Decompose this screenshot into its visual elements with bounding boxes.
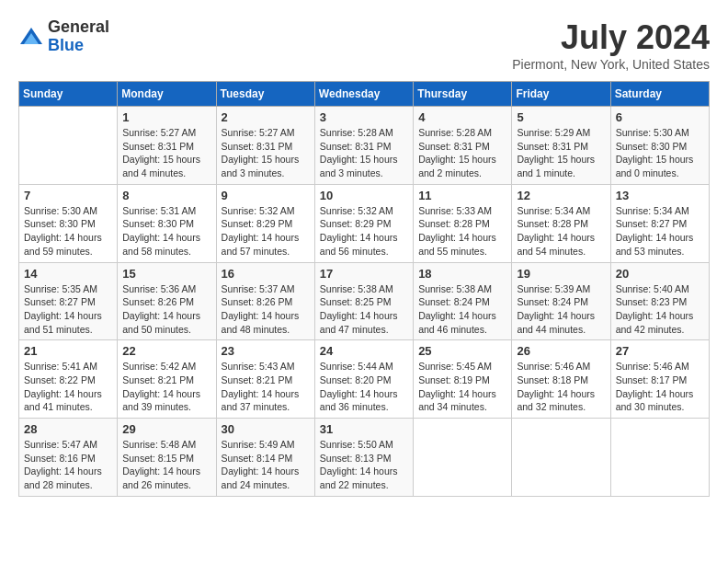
- day-number: 10: [320, 189, 408, 202]
- day-number: 24: [320, 344, 408, 358]
- day-number: 9: [222, 189, 310, 202]
- calendar-week-row: 14 Sunrise: 5:35 AMSunset: 8:27 PMDaylig…: [19, 262, 710, 340]
- day-number: 28: [24, 422, 112, 436]
- day-number: 2: [222, 110, 310, 124]
- calendar-cell: 24 Sunrise: 5:44 AMSunset: 8:20 PMDaylig…: [314, 340, 413, 419]
- calendar-cell: 22 Sunrise: 5:42 AMSunset: 8:21 PMDaylig…: [118, 340, 216, 419]
- calendar-cell: 19 Sunrise: 5:39 AMSunset: 8:24 PMDaylig…: [512, 262, 610, 340]
- day-number: 26: [517, 344, 605, 358]
- calendar-cell: 11 Sunrise: 5:33 AMSunset: 8:28 PMDaylig…: [414, 184, 512, 262]
- day-info: Sunrise: 5:45 AMSunset: 8:19 PMDaylight:…: [418, 360, 506, 414]
- calendar-cell: [512, 419, 610, 497]
- calendar-table: SundayMondayTuesdayWednesdayThursdayFrid…: [18, 81, 710, 497]
- calendar-cell: [19, 107, 118, 185]
- calendar-week-row: 7 Sunrise: 5:30 AMSunset: 8:30 PMDayligh…: [19, 184, 710, 262]
- day-info: Sunrise: 5:34 AMSunset: 8:28 PMDaylight:…: [517, 204, 605, 259]
- calendar-cell: 4 Sunrise: 5:28 AMSunset: 8:31 PMDayligh…: [414, 107, 512, 185]
- calendar-cell: 3 Sunrise: 5:28 AMSunset: 8:31 PMDayligh…: [314, 107, 413, 185]
- calendar-cell: 10 Sunrise: 5:32 AMSunset: 8:29 PMDaylig…: [314, 184, 413, 262]
- month-title: July 2024: [512, 18, 710, 57]
- weekday-header: Monday: [118, 82, 216, 107]
- day-number: 13: [616, 189, 704, 202]
- day-info: Sunrise: 5:32 AMSunset: 8:29 PMDaylight:…: [320, 204, 408, 259]
- calendar-cell: [610, 419, 709, 497]
- day-number: 19: [517, 267, 605, 281]
- day-info: Sunrise: 5:38 AMSunset: 8:24 PMDaylight:…: [418, 282, 506, 337]
- day-number: 6: [616, 110, 704, 124]
- day-info: Sunrise: 5:27 AMSunset: 8:31 PMDaylight:…: [222, 126, 310, 180]
- day-number: 30: [222, 422, 310, 436]
- logo-blue: Blue: [48, 37, 109, 55]
- day-info: Sunrise: 5:42 AMSunset: 8:21 PMDaylight:…: [122, 360, 210, 414]
- day-number: 17: [320, 267, 408, 281]
- day-info: Sunrise: 5:28 AMSunset: 8:31 PMDaylight:…: [320, 126, 408, 180]
- day-info: Sunrise: 5:44 AMSunset: 8:20 PMDaylight:…: [320, 360, 408, 414]
- calendar-cell: 8 Sunrise: 5:31 AMSunset: 8:30 PMDayligh…: [118, 184, 216, 262]
- day-number: 20: [616, 267, 704, 281]
- day-number: 27: [616, 344, 704, 358]
- calendar-cell: 12 Sunrise: 5:34 AMSunset: 8:28 PMDaylig…: [512, 184, 610, 262]
- calendar-cell: [414, 419, 512, 497]
- day-info: Sunrise: 5:43 AMSunset: 8:21 PMDaylight:…: [222, 360, 310, 414]
- day-number: 31: [320, 422, 408, 436]
- calendar-cell: 30 Sunrise: 5:49 AMSunset: 8:14 PMDaylig…: [216, 419, 314, 497]
- logo-text: General Blue: [48, 18, 109, 55]
- calendar-week-row: 28 Sunrise: 5:47 AMSunset: 8:16 PMDaylig…: [19, 419, 710, 497]
- day-number: 11: [418, 189, 506, 202]
- calendar-cell: 28 Sunrise: 5:47 AMSunset: 8:16 PMDaylig…: [19, 419, 118, 497]
- calendar-cell: 17 Sunrise: 5:38 AMSunset: 8:25 PMDaylig…: [314, 262, 413, 340]
- logo-icon: [18, 24, 44, 50]
- calendar-cell: 1 Sunrise: 5:27 AMSunset: 8:31 PMDayligh…: [118, 107, 216, 185]
- day-number: 3: [320, 110, 408, 124]
- day-number: 23: [222, 344, 310, 358]
- title-area: July 2024 Piermont, New York, United Sta…: [512, 18, 710, 72]
- weekday-header: Thursday: [414, 82, 512, 107]
- day-info: Sunrise: 5:50 AMSunset: 8:13 PMDaylight:…: [320, 438, 408, 492]
- calendar-cell: 13 Sunrise: 5:34 AMSunset: 8:27 PMDaylig…: [610, 184, 709, 262]
- calendar-cell: 2 Sunrise: 5:27 AMSunset: 8:31 PMDayligh…: [216, 107, 314, 185]
- logo: General Blue: [18, 18, 109, 55]
- calendar-cell: 25 Sunrise: 5:45 AMSunset: 8:19 PMDaylig…: [414, 340, 512, 419]
- calendar-cell: 20 Sunrise: 5:40 AMSunset: 8:23 PMDaylig…: [610, 262, 709, 340]
- day-info: Sunrise: 5:49 AMSunset: 8:14 PMDaylight:…: [222, 438, 310, 492]
- day-info: Sunrise: 5:47 AMSunset: 8:16 PMDaylight:…: [24, 438, 112, 492]
- calendar-cell: 6 Sunrise: 5:30 AMSunset: 8:30 PMDayligh…: [610, 107, 709, 185]
- day-number: 5: [517, 110, 605, 124]
- calendar-cell: 23 Sunrise: 5:43 AMSunset: 8:21 PMDaylig…: [216, 340, 314, 419]
- day-number: 22: [122, 344, 210, 358]
- calendar-cell: 29 Sunrise: 5:48 AMSunset: 8:15 PMDaylig…: [118, 419, 216, 497]
- location: Piermont, New York, United States: [512, 57, 710, 72]
- page-header: General Blue July 2024 Piermont, New Yor…: [18, 18, 710, 72]
- day-number: 1: [122, 110, 210, 124]
- day-number: 16: [222, 267, 310, 281]
- day-info: Sunrise: 5:36 AMSunset: 8:26 PMDaylight:…: [122, 282, 210, 337]
- weekday-header: Saturday: [610, 82, 709, 107]
- calendar-cell: 5 Sunrise: 5:29 AMSunset: 8:31 PMDayligh…: [512, 107, 610, 185]
- day-number: 18: [418, 267, 506, 281]
- day-info: Sunrise: 5:48 AMSunset: 8:15 PMDaylight:…: [122, 438, 210, 492]
- day-info: Sunrise: 5:28 AMSunset: 8:31 PMDaylight:…: [418, 126, 506, 180]
- day-info: Sunrise: 5:30 AMSunset: 8:30 PMDaylight:…: [616, 126, 704, 180]
- day-info: Sunrise: 5:30 AMSunset: 8:30 PMDaylight:…: [24, 204, 112, 259]
- day-info: Sunrise: 5:46 AMSunset: 8:17 PMDaylight:…: [616, 360, 704, 414]
- weekday-header-row: SundayMondayTuesdayWednesdayThursdayFrid…: [19, 82, 710, 107]
- calendar-cell: 21 Sunrise: 5:41 AMSunset: 8:22 PMDaylig…: [19, 340, 118, 419]
- weekday-header: Friday: [512, 82, 610, 107]
- day-number: 14: [24, 267, 112, 281]
- weekday-header: Wednesday: [314, 82, 413, 107]
- day-number: 8: [122, 189, 210, 202]
- calendar-week-row: 21 Sunrise: 5:41 AMSunset: 8:22 PMDaylig…: [19, 340, 710, 419]
- logo-general: General: [48, 18, 109, 37]
- calendar-cell: 27 Sunrise: 5:46 AMSunset: 8:17 PMDaylig…: [610, 340, 709, 419]
- weekday-header: Sunday: [19, 82, 118, 107]
- calendar-cell: 15 Sunrise: 5:36 AMSunset: 8:26 PMDaylig…: [118, 262, 216, 340]
- day-number: 15: [122, 267, 210, 281]
- calendar-cell: 18 Sunrise: 5:38 AMSunset: 8:24 PMDaylig…: [414, 262, 512, 340]
- day-info: Sunrise: 5:39 AMSunset: 8:24 PMDaylight:…: [517, 282, 605, 337]
- day-number: 21: [24, 344, 112, 358]
- day-number: 25: [418, 344, 506, 358]
- day-info: Sunrise: 5:32 AMSunset: 8:29 PMDaylight:…: [222, 204, 310, 259]
- day-info: Sunrise: 5:46 AMSunset: 8:18 PMDaylight:…: [517, 360, 605, 414]
- day-info: Sunrise: 5:37 AMSunset: 8:26 PMDaylight:…: [222, 282, 310, 337]
- day-info: Sunrise: 5:31 AMSunset: 8:30 PMDaylight:…: [122, 204, 210, 259]
